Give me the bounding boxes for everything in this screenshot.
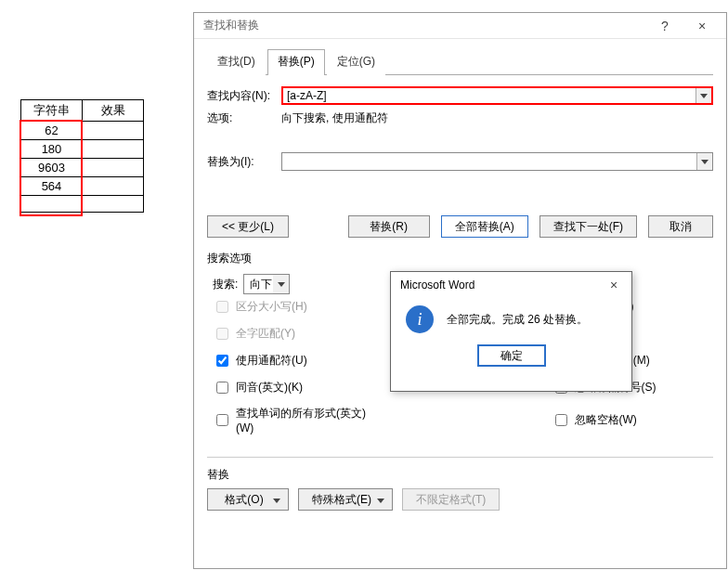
help-button[interactable]: ? [646, 13, 683, 38]
less-button[interactable]: << 更少(L) [207, 215, 289, 238]
chevron-down-icon [700, 94, 708, 98]
tab-find[interactable]: 查找(D) [207, 49, 266, 75]
all-forms-checkbox[interactable]: 查找单词的所有形式(英文)(W) [213, 406, 375, 434]
replace-button[interactable]: 替换(R) [348, 215, 430, 238]
tab-goto[interactable]: 定位(G) [327, 49, 385, 75]
wildcards-checkbox[interactable]: 使用通配符(U) [213, 352, 375, 369]
col-header-string: 字符串 [21, 100, 83, 122]
dialog-title: 查找和替换 [203, 18, 259, 33]
chevron-down-icon [278, 282, 285, 287]
ignore-space-checkbox[interactable]: 忽略空格(W) [552, 406, 714, 434]
find-history-dropdown[interactable] [696, 88, 711, 103]
format-button[interactable]: 格式(O) [207, 488, 289, 511]
message-titlebar: Microsoft Word × [391, 272, 631, 298]
find-what-input[interactable]: [a-zA-Z] [281, 86, 713, 105]
divider [207, 457, 713, 458]
chevron-down-icon [701, 160, 708, 164]
search-direction-label: 搜索: [213, 277, 238, 292]
options-label: 选项: [207, 110, 278, 126]
tab-replace[interactable]: 替换(P) [267, 49, 325, 75]
sounds-like-checkbox[interactable]: 同音(英文)(K) [213, 379, 375, 396]
special-format-button[interactable]: 特殊格式(E) [298, 488, 393, 511]
whole-word-checkbox: 全字匹配(Y) [213, 325, 375, 343]
select-dropdown[interactable] [273, 275, 289, 293]
replace-legend: 替换 [207, 467, 713, 483]
search-options-legend: 搜索选项 [207, 251, 713, 266]
replace-with-label: 替换为(I): [207, 154, 278, 170]
find-what-value: [a-zA-Z] [287, 89, 327, 102]
find-next-button[interactable]: 查找下一处(F) [540, 215, 637, 238]
options-value: 向下搜索, 使用通配符 [281, 110, 388, 126]
close-icon: × [698, 19, 706, 33]
close-button[interactable]: × [683, 13, 721, 38]
close-icon: × [610, 278, 618, 292]
cancel-button[interactable]: 取消 [648, 215, 713, 238]
dialog-titlebar: 查找和替换 ? × [194, 13, 726, 39]
message-close-button[interactable]: × [600, 272, 628, 298]
message-box: Microsoft Word × i 全部完成。完成 26 处替换。 确定 [390, 271, 632, 392]
replace-with-input[interactable] [281, 152, 713, 171]
replace-all-button[interactable]: 全部替换(A) [441, 215, 528, 238]
col-header-effect: 效果 [83, 100, 144, 122]
search-direction-select[interactable]: 向下 [243, 274, 290, 294]
tabs: 查找(D) 替换(P) 定位(G) [207, 48, 713, 75]
find-what-label: 查找内容(N): [207, 88, 278, 104]
ok-button[interactable]: 确定 [477, 344, 546, 367]
message-title: Microsoft Word [400, 279, 474, 291]
highlight-string-col [20, 120, 83, 216]
no-format-button: 不限定格式(T) [402, 488, 500, 511]
message-text: 全部完成。完成 26 处替换。 [447, 312, 588, 328]
info-icon: i [406, 305, 434, 333]
replace-history-dropdown[interactable] [696, 153, 712, 170]
match-case-checkbox: 区分大小写(H) [213, 298, 375, 316]
help-icon: ? [661, 19, 669, 33]
